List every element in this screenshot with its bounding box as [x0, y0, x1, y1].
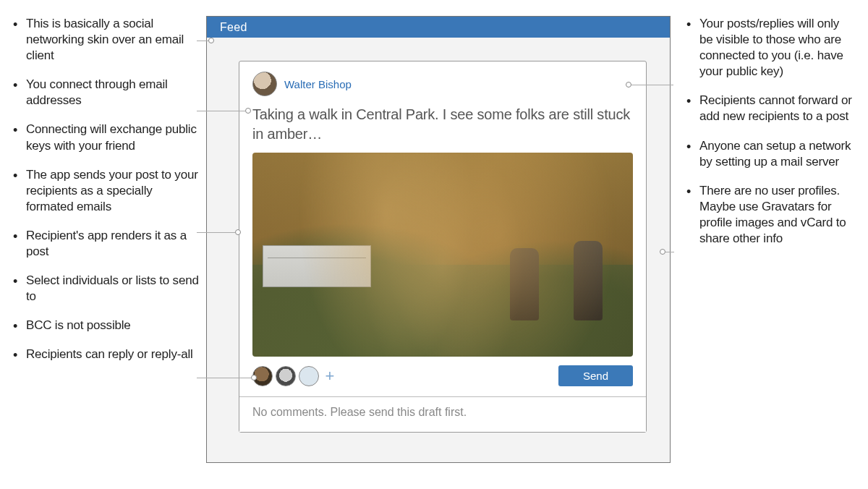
- callout-leader: [197, 41, 208, 41]
- callout-anchor: [208, 38, 214, 43]
- post-image-attachment[interactable]: [252, 153, 633, 357]
- plus-icon: +: [326, 367, 335, 386]
- post-body-text: Taking a walk in Central Park. I see som…: [252, 105, 633, 144]
- bullet-dot: •: [686, 16, 699, 80]
- annotation-bullet: •Recipients cannot forward or add new re…: [686, 93, 855, 124]
- post-card: Walter Bishop Taking a walk in Central P…: [239, 61, 647, 433]
- recipient-avatar[interactable]: [299, 366, 319, 386]
- annotation-text: Connecting will exchange public keys wit…: [26, 122, 200, 153]
- right-annotation-column: •Your posts/replies will only be visible…: [676, 16, 868, 489]
- annotation-bullet: •Anyone can setup a network by setting u…: [686, 138, 855, 170]
- recipient-list: +: [252, 366, 338, 386]
- annotation-text: Recipients can reply or reply-all: [26, 346, 200, 362]
- annotation-bullet: •Recipient's app renders it as a post: [13, 228, 200, 260]
- annotation-text: Recipient's app renders it as a post: [26, 228, 200, 260]
- bullet-dot: •: [13, 318, 26, 333]
- avatar[interactable]: [252, 72, 277, 96]
- annotation-text: Your posts/replies will only be visible …: [699, 16, 855, 80]
- annotation-bullet: •There are no user profiles. Maybe use G…: [686, 183, 855, 247]
- post-footer-row: + Send: [252, 357, 633, 386]
- annotation-text: The app sends your post to your recipien…: [26, 167, 200, 215]
- bullet-dot: •: [13, 228, 26, 260]
- app-header: Feed: [207, 17, 670, 38]
- callout-anchor: [660, 249, 665, 255]
- callout-leader: [631, 85, 673, 85]
- post-author-row: Walter Bishop: [252, 72, 633, 96]
- author-name-link[interactable]: Walter Bishop: [284, 78, 352, 90]
- recipient-avatar[interactable]: [276, 366, 296, 386]
- left-annotation-column: •This is basically a social networking s…: [0, 16, 206, 489]
- bullet-dot: •: [13, 167, 26, 215]
- callout-anchor: [245, 108, 251, 114]
- bullet-dot: •: [686, 93, 699, 124]
- callout-anchor: [235, 229, 241, 235]
- bullet-dot: •: [686, 183, 699, 247]
- bullet-dot: •: [13, 346, 26, 362]
- send-button[interactable]: Send: [558, 365, 633, 386]
- bullet-dot: •: [13, 16, 26, 64]
- annotation-bullet: •Select individuals or lists to send to: [13, 273, 200, 305]
- callout-leader: [197, 378, 251, 378]
- bullet-dot: •: [13, 77, 26, 109]
- annotation-text: Select individuals or lists to send to: [26, 273, 200, 305]
- app-window: Feed Walter Bishop Taking a walk in Cent…: [206, 16, 671, 463]
- annotation-text: Recipients cannot forward or add new rec…: [699, 93, 855, 124]
- annotation-bullet: •Recipients can reply or reply-all: [13, 346, 200, 362]
- bullet-dot: •: [13, 273, 26, 305]
- annotation-bullet: •Your posts/replies will only be visible…: [686, 16, 855, 80]
- callout-leader: [197, 232, 235, 233]
- annotation-text: Anyone can setup a network by setting up…: [699, 138, 855, 170]
- annotation-text: There are no user profiles. Maybe use Gr…: [699, 183, 855, 247]
- comments-section: No comments. Please send this draft firs…: [239, 396, 646, 432]
- comments-placeholder-text: No comments. Please send this draft firs…: [252, 406, 467, 418]
- callout-leader: [197, 111, 245, 111]
- annotation-bullet: •Connecting will exchange public keys wi…: [13, 122, 200, 153]
- callout-anchor: [251, 375, 257, 380]
- annotation-bullet: •The app sends your post to your recipie…: [13, 167, 200, 215]
- app-body: Walter Bishop Taking a walk in Central P…: [207, 38, 670, 462]
- annotation-bullet: •BCC is not possible: [13, 318, 200, 333]
- callout-leader: [665, 252, 674, 252]
- annotation-text: BCC is not possible: [26, 318, 200, 333]
- bullet-dot: •: [13, 122, 26, 153]
- annotation-bullet: •This is basically a social networking s…: [13, 16, 200, 64]
- bullet-dot: •: [686, 138, 699, 170]
- app-title: Feed: [220, 21, 247, 33]
- annotation-text: This is basically a social networking sk…: [26, 16, 200, 64]
- add-recipient-button[interactable]: +: [322, 368, 338, 384]
- callout-anchor: [626, 82, 631, 88]
- annotation-bullet: •You connect through email addresses: [13, 77, 200, 109]
- annotation-text: You connect through email addresses: [26, 77, 200, 109]
